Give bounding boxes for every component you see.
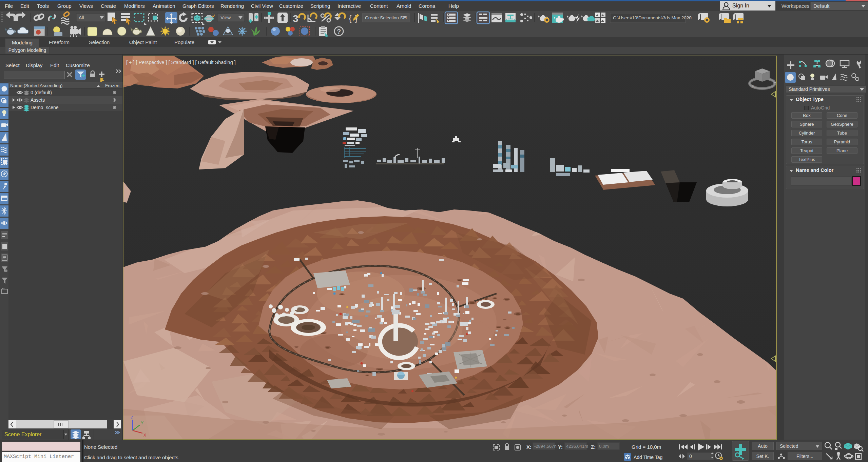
svg-text:X: X — [143, 433, 146, 438]
svg-text:{: { — [349, 13, 352, 23]
svg-text:All: All — [79, 15, 84, 20]
svg-text:0: 0 — [689, 454, 692, 459]
svg-text:View: View — [220, 15, 231, 20]
svg-text:S: S — [752, 84, 755, 89]
svg-text:Create Selection Set: Create Selection Set — [365, 15, 407, 20]
svg-text:C:\Users\10\Documents\3ds Max: C:\Users\10\Documents\3ds Max 2020 — [613, 15, 692, 20]
svg-text:Y: Y — [141, 421, 143, 425]
svg-text:?: ? — [337, 28, 341, 35]
svg-text:[ + ] [ Perspective ] [ Standa: [ + ] [ Perspective ] [ Standard ] [ Def… — [126, 60, 236, 65]
svg-text:E: E — [773, 79, 776, 84]
svg-text:Z: Z — [131, 415, 133, 420]
svg-text:3: 3 — [293, 13, 298, 24]
